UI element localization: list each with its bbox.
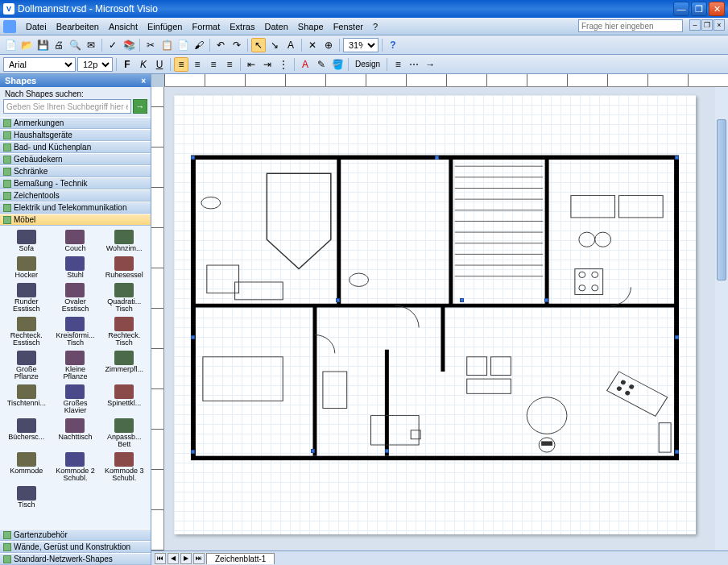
save-button[interactable]: 💾 <box>35 38 50 52</box>
shape-item[interactable]: Kommode 3 Schubl. <box>101 451 147 483</box>
stencil-header[interactable]: Elektrik und Telekommunikation <box>0 201 151 214</box>
shape-item[interactable]: Büchersc... <box>3 418 50 449</box>
shape-item[interactable]: Nachttisch <box>52 418 99 449</box>
stamp-button[interactable]: ⊕ <box>321 38 336 52</box>
stencil-header[interactable]: Bad- und Küchenplan <box>0 141 151 153</box>
line-pattern-button[interactable]: ⋯ <box>407 57 421 72</box>
shape-item[interactable]: Großes Klavier <box>52 384 99 415</box>
align-left-button[interactable]: ≡ <box>174 57 188 72</box>
connection-point-button[interactable]: ✕ <box>305 38 320 52</box>
bullets-button[interactable]: ⋮ <box>276 57 291 72</box>
horizontal-ruler[interactable] <box>164 74 728 87</box>
menu-datei[interactable]: Datei <box>21 20 52 33</box>
font-color-button[interactable]: A <box>298 57 312 72</box>
redo-button[interactable]: ↷ <box>230 38 244 52</box>
shape-item[interactable]: Ruhesessel <box>101 255 147 280</box>
shape-item[interactable]: Rechteck. Esstisch <box>3 316 50 347</box>
close-button[interactable]: ✕ <box>709 2 725 16</box>
italic-button[interactable]: K <box>136 57 151 72</box>
tab-first-button[interactable]: ⏮ <box>155 553 166 564</box>
design-button[interactable]: Design <box>352 57 383 72</box>
vertical-scrollbar[interactable] <box>715 87 728 550</box>
shape-item[interactable]: Stuhl <box>52 255 99 280</box>
research-button[interactable]: 📚 <box>122 38 136 52</box>
stencil-header[interactable]: Gebäudekern <box>0 153 151 165</box>
decrease-indent-button[interactable]: ⇤ <box>244 57 259 72</box>
line-weight-button[interactable]: ≡ <box>391 57 405 72</box>
increase-indent-button[interactable]: ⇥ <box>260 57 275 72</box>
fill-color-button[interactable]: 🪣 <box>330 57 345 72</box>
cut-button[interactable]: ✂ <box>143 38 158 52</box>
bold-button[interactable]: F <box>120 57 134 72</box>
shapes-search-input[interactable] <box>3 99 131 114</box>
stencil-header[interactable]: Bemaßung - Technik <box>0 177 151 189</box>
new-button[interactable]: 📄 <box>3 38 18 52</box>
minimize-button[interactable]: — <box>673 2 689 16</box>
menu-einfuegen[interactable]: Einfügen <box>143 20 187 33</box>
paste-button[interactable]: 📄 <box>176 38 190 52</box>
mdi-minimize-button[interactable]: – <box>689 19 701 31</box>
tab-prev-button[interactable]: ◀ <box>168 553 179 564</box>
copy-button[interactable]: 📋 <box>159 38 174 52</box>
mdi-restore-button[interactable]: ❐ <box>701 19 713 31</box>
shape-item[interactable]: Kommode <box>3 451 50 483</box>
stencil-header[interactable]: Standard-Netzwerk-Shapes <box>0 553 151 565</box>
align-right-button[interactable]: ≡ <box>206 57 221 72</box>
maximize-button[interactable]: ❐ <box>691 2 707 16</box>
shape-item[interactable]: Zimmerpfl... <box>101 350 147 381</box>
vertical-ruler[interactable] <box>151 87 164 550</box>
line-ends-button[interactable]: → <box>423 57 437 72</box>
tab-last-button[interactable]: ⏭ <box>193 553 205 564</box>
shape-item[interactable]: Anpassb... Bett <box>101 418 147 449</box>
format-painter-button[interactable]: 🖌 <box>192 38 206 52</box>
print-button[interactable]: 🖨 <box>52 38 66 52</box>
menu-extras[interactable]: Extras <box>225 20 259 33</box>
shape-item[interactable]: Quadrati... Tisch <box>101 282 147 314</box>
shape-item[interactable]: Sofa <box>3 229 50 253</box>
open-button[interactable]: 📂 <box>19 38 34 52</box>
shapes-close-icon[interactable]: × <box>141 77 146 85</box>
align-center-button[interactable]: ≡ <box>190 57 205 72</box>
shape-item[interactable]: Spinettkl... <box>101 384 147 415</box>
pointer-tool-button[interactable]: ↖ <box>251 38 266 52</box>
underline-button[interactable]: U <box>152 57 167 72</box>
shape-item[interactable]: Kreisförmi... Tisch <box>52 316 99 347</box>
shape-item[interactable]: Ovaler Esstisch <box>52 282 99 314</box>
page-tab-1[interactable]: Zeichenblatt-1 <box>206 553 275 564</box>
menu-daten[interactable]: Daten <box>259 20 292 33</box>
stencil-header[interactable]: Gartenzubehör <box>0 529 151 541</box>
menu-fenster[interactable]: Fenster <box>329 20 368 33</box>
shape-item[interactable]: Tisch <box>3 485 50 509</box>
stencil-header[interactable]: Haushaltsgeräte <box>0 129 151 141</box>
menu-format[interactable]: Format <box>187 20 225 33</box>
mdi-close-button[interactable]: × <box>714 19 725 31</box>
ask-question-input[interactable] <box>578 19 683 32</box>
drawing-page[interactable] <box>174 95 696 534</box>
shape-item[interactable]: Runder Esstisch <box>3 282 50 314</box>
shape-item[interactable]: Kleine Pflanze <box>52 350 99 381</box>
shape-item[interactable]: Große Pflanze <box>3 350 50 381</box>
help-button[interactable]: ? <box>386 38 400 52</box>
stencil-header[interactable]: Zeichentools <box>0 189 151 201</box>
shape-item[interactable]: Couch <box>52 229 99 253</box>
shape-item[interactable]: Tischtenni... <box>3 384 50 415</box>
shape-item[interactable]: Kommode 2 Schubl. <box>52 451 99 483</box>
font-size-select[interactable]: 12pt <box>77 57 113 72</box>
shape-item[interactable]: Rechteck. Tisch <box>101 316 147 347</box>
menu-shape[interactable]: Shape <box>293 20 329 33</box>
floorplan-drawing[interactable] <box>187 152 683 518</box>
stencil-header[interactable]: Schränke <box>0 165 151 177</box>
spellcheck-button[interactable]: ✓ <box>105 38 120 52</box>
tab-next-button[interactable]: ▶ <box>180 553 192 564</box>
stencil-header[interactable]: Wände, Gerüst und Konstruktion <box>0 541 151 553</box>
zoom-select[interactable]: 31% <box>343 38 378 52</box>
menu-help[interactable]: ? <box>368 20 383 33</box>
stencil-moebel[interactable]: Möbel <box>0 214 151 226</box>
menu-ansicht[interactable]: Ansicht <box>104 20 143 33</box>
font-select[interactable]: Arial <box>3 57 76 72</box>
menu-bearbeiten[interactable]: Bearbeiten <box>52 20 104 33</box>
shape-item[interactable]: Wohnzim... <box>101 229 147 253</box>
search-go-button[interactable]: → <box>133 99 147 114</box>
shape-item[interactable]: Hocker <box>3 255 50 280</box>
drawing-canvas[interactable] <box>164 87 728 550</box>
